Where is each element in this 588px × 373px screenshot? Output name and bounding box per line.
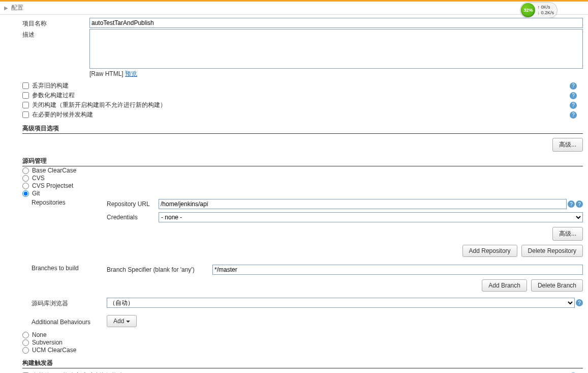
help-icon[interactable]: ?: [568, 200, 575, 208]
advanced-button[interactable]: 高级...: [552, 138, 583, 152]
add-branch-button[interactable]: Add Branch: [482, 279, 527, 292]
description-textarea[interactable]: [89, 29, 583, 69]
delete-branch-button[interactable]: Delete Branch: [531, 279, 583, 292]
repositories-label: Repositories: [32, 197, 107, 206]
help-icon[interactable]: ?: [576, 299, 583, 306]
raw-html-label: [Raw HTML]: [89, 70, 123, 77]
param-build-checkbox[interactable]: [22, 92, 29, 99]
repo-url-label: Repository URL: [107, 200, 158, 208]
preview-link[interactable]: 预览: [125, 70, 137, 77]
scm-ucm-clearcase-radio[interactable]: [22, 347, 29, 354]
breadcrumb: ▶ 配置: [0, 2, 588, 15]
scm-none-radio[interactable]: [22, 332, 29, 338]
repo-advanced-button[interactable]: 高级...: [552, 227, 583, 241]
help-icon[interactable]: ?: [570, 82, 577, 90]
disable-build-checkbox[interactable]: [22, 102, 29, 108]
discard-old-builds-checkbox[interactable]: [22, 82, 29, 89]
scm-base-clearcase-label: Base ClearCase: [32, 167, 76, 174]
credentials-label: Credentials: [107, 214, 158, 221]
branch-specifier-input[interactable]: [212, 265, 583, 275]
project-name-label: 项目名称: [22, 18, 89, 28]
repo-browser-label: 源码库浏览器: [32, 298, 107, 308]
scm-cvs-label: CVS: [32, 175, 45, 182]
description-label: 描述: [22, 29, 89, 39]
scm-cvs-projectset-label: CVS Projectset: [32, 182, 73, 189]
discard-old-builds-label: 丢弃旧的构建: [32, 81, 69, 90]
advanced-options-header: 高级项目选项: [22, 124, 583, 134]
breadcrumb-title: 配置: [11, 4, 23, 12]
branch-specifier-label: Branch Specifier (blank for 'any'): [107, 266, 211, 273]
help-icon[interactable]: ?: [570, 92, 577, 99]
repo-browser-select[interactable]: （自动）: [107, 298, 575, 308]
scm-subversion-label: Subversion: [32, 339, 63, 346]
scm-git-label: Git: [32, 190, 40, 197]
add-repository-button[interactable]: Add Repository: [462, 245, 517, 257]
scm-cvs-projectset-radio[interactable]: [22, 183, 29, 189]
help-icon[interactable]: ?: [570, 102, 577, 109]
credentials-select[interactable]: - none -: [159, 212, 583, 222]
param-build-label: 参数化构建过程: [32, 91, 75, 100]
repo-url-input[interactable]: [159, 199, 567, 209]
help-icon[interactable]: ?: [570, 111, 577, 119]
add-behaviour-button[interactable]: Add: [107, 315, 137, 327]
scm-cvs-radio[interactable]: [22, 175, 29, 182]
delete-repository-button[interactable]: Delete Repository: [521, 245, 583, 257]
scm-base-clearcase-radio[interactable]: [22, 167, 29, 174]
scm-ucm-clearcase-label: UCM ClearCase: [32, 347, 76, 354]
disable-build-label: 关闭构建（重新开启构建前不允许进行新的构建）: [32, 101, 166, 109]
concurrent-build-label: 在必要的时候并发构建: [32, 110, 93, 119]
scm-none-label: None: [32, 331, 47, 338]
upload-speed: 0K/s: [537, 5, 554, 10]
project-name-input[interactable]: [89, 18, 583, 28]
build-triggers-header: 构建触发器: [22, 359, 583, 368]
scm-git-radio[interactable]: [22, 190, 29, 197]
chevron-right-icon: ▶: [4, 5, 8, 11]
scm-subversion-radio[interactable]: [22, 339, 29, 346]
branches-to-build-label: Branches to build: [32, 263, 107, 272]
concurrent-build-checkbox[interactable]: [22, 111, 29, 118]
additional-behaviours-label: Additional Behaviours: [32, 317, 107, 326]
help-icon[interactable]: ?: [576, 200, 583, 208]
scm-header: 源码管理: [22, 157, 583, 166]
